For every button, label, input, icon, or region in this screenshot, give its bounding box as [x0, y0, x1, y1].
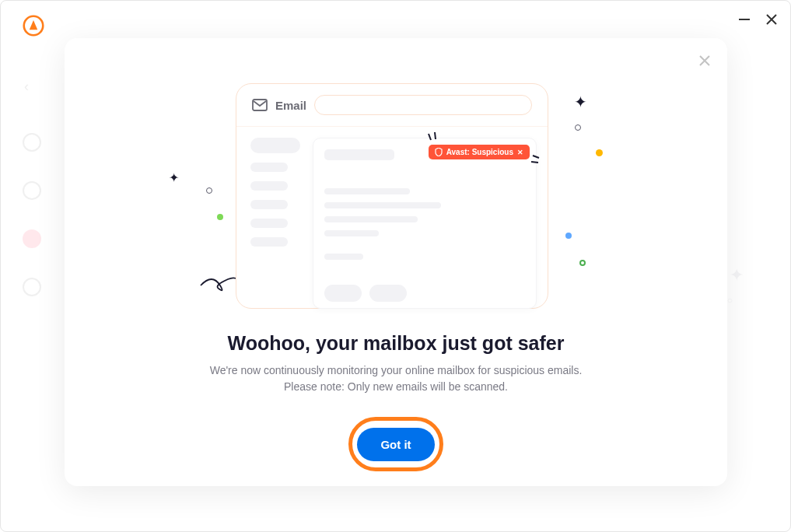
mail-icon [252, 99, 268, 111]
email-app-body: Avast: Suspicious ✕ [236, 127, 548, 309]
suspicious-badge: Avast: Suspicious ✕ [429, 145, 530, 159]
decorative-dot-icon: ○ [727, 295, 733, 306]
badge-text: Avast: Suspicious [446, 148, 513, 156]
modal-close-button[interactable] [696, 52, 713, 69]
text-placeholder [324, 230, 379, 236]
button-placeholder [324, 285, 362, 302]
modal-subtext: We're now continuously monitoring your o… [80, 362, 712, 395]
modal-heading: Woohoo, your mailbox just got safer [80, 332, 712, 355]
shield-icon [435, 148, 443, 156]
emphasis-mark-icon [531, 152, 547, 168]
got-it-button[interactable]: Got it [357, 428, 434, 461]
email-message: Avast: Suspicious ✕ [313, 138, 537, 309]
text-placeholder [324, 254, 363, 260]
avast-logo-icon [23, 15, 44, 37]
text-placeholder [324, 216, 418, 222]
decorative-dot-icon [596, 149, 603, 156]
email-app-label: Email [275, 99, 306, 112]
text-placeholder [324, 188, 410, 194]
text-placeholder [324, 149, 394, 160]
window-close-button[interactable] [765, 13, 778, 26]
button-placeholder [369, 285, 407, 302]
decorative-dot-icon [217, 214, 223, 220]
sidebar-placeholder [250, 163, 288, 172]
sidebar-placeholder [250, 181, 288, 191]
text-placeholder [324, 202, 441, 208]
nav-account-icon[interactable] [23, 278, 41, 296]
subtext-line: We're now continuously monitoring your o… [210, 364, 583, 376]
sidebar-placeholder [250, 237, 288, 247]
minimize-button[interactable] [739, 19, 750, 20]
sidebar-placeholder [250, 138, 300, 153]
decorative-sparkle-icon: ✦ [730, 265, 744, 285]
email-app-mockup: Email [236, 83, 548, 309]
email-search-field [314, 95, 532, 115]
nav-explore-icon[interactable] [23, 181, 41, 200]
sidebar-placeholder [250, 200, 288, 209]
nav-alerts-icon[interactable] [23, 229, 41, 248]
nav-home-icon[interactable] [23, 133, 41, 152]
decorative-dot-icon [565, 233, 572, 239]
sidebar-nav [23, 133, 41, 296]
confirmation-modal: ✦ ✦ Email [65, 38, 727, 486]
sidebar-placeholder [250, 219, 288, 228]
badge-close-icon: ✕ [517, 149, 523, 156]
window-controls [739, 13, 778, 26]
cta-container: Got it [80, 428, 712, 461]
decorative-circle-icon [575, 124, 581, 131]
sparkle-icon: ✦ [574, 93, 587, 111]
email-app-header: Email [236, 84, 548, 127]
email-illustration: ✦ ✦ Email [158, 69, 634, 310]
back-icon[interactable]: ‹ [24, 79, 29, 95]
decorative-circle-icon [206, 187, 212, 194]
subtext-line: Please note: Only new emails will be sca… [284, 380, 508, 393]
sparkle-icon: ✦ [169, 170, 179, 185]
app-window: ‹ ✦ ○ ✦ ✦ [0, 0, 791, 532]
decorative-circle-icon [579, 260, 586, 266]
email-sidebar [250, 138, 300, 309]
